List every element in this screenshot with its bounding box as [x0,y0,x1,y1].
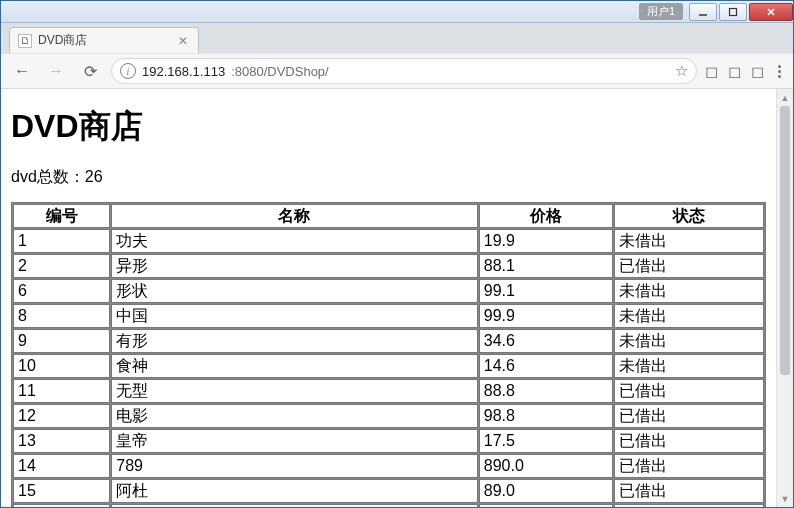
cell-name: 无型 [111,379,478,403]
scroll-thumb[interactable] [780,106,790,375]
cell-id: 12 [13,404,110,428]
table-row: 11无型88.8已借出 [13,379,764,403]
cell-id: 11 [13,379,110,403]
page-heading: DVD商店 [11,105,766,149]
cell-status: 已借出 [614,379,764,403]
cell-status: 未借出 [614,329,764,353]
browser-menu-button[interactable] [774,65,785,78]
cell-id: 9 [13,329,110,353]
tab-strip: 🗋 DVD商店 ✕ [1,23,793,53]
browser-toolbar: ← → ⟳ i 192.168.1.113:8080/DVDShop/ ☆ ◻ … [1,53,793,89]
cell-name: 功夫 [111,229,478,253]
cell-price: 89.0 [479,479,614,503]
table-row: 2异形88.1已借出 [13,254,764,278]
close-icon [766,7,776,17]
cell-status: 已借出 [614,404,764,428]
vertical-scrollbar[interactable]: ▲ ▼ [776,89,793,507]
page-favicon-icon: 🗋 [18,34,32,48]
table-row: 9有形34.6未借出 [13,329,764,353]
cell-price: 34.6 [479,329,614,353]
cell-id: 16 [13,504,110,507]
scroll-track[interactable] [777,106,793,490]
cell-status: 已借出 [614,454,764,478]
cell-name: 789 [111,454,478,478]
bookmark-star-icon[interactable]: ☆ [675,62,688,80]
site-info-icon[interactable]: i [120,63,136,79]
table-row: 8中国99.9未借出 [13,304,764,328]
user-badge: 用户1 [639,3,683,20]
url-path: :8080/DVDShop/ [231,64,329,79]
col-header-name: 名称 [111,204,478,228]
table-row: 1功夫19.9未借出 [13,229,764,253]
table-row: 14789890.0已借出 [13,454,764,478]
cell-price: 88.1 [479,254,614,278]
browser-window: 用户1 🗋 DVD商店 ✕ ← → ⟳ i 192.168.1.113:8080… [0,0,794,508]
cell-price: 99.9 [479,304,614,328]
cell-price: 99.1 [479,279,614,303]
table-row: 10食神14.6未借出 [13,354,764,378]
col-header-id: 编号 [13,204,110,228]
cell-price: 98.8 [479,404,614,428]
cell-name: 中国 [111,304,478,328]
viewport: DVD商店 dvd总数：26 编号 名称 价格 状态 1功夫19.9未借出2异形… [1,89,793,507]
os-title-bar: 用户1 [1,1,793,23]
table-row: 13皇帝17.5已借出 [13,429,764,453]
cell-id: 6 [13,279,110,303]
cell-id: 14 [13,454,110,478]
cell-id: 10 [13,354,110,378]
summary-line: dvd总数：26 [11,167,766,188]
scroll-down-arrow-icon[interactable]: ▼ [777,490,793,507]
page-content: DVD商店 dvd总数：26 编号 名称 价格 状态 1功夫19.9未借出2异形… [1,89,776,507]
cell-name: 异形 [111,254,478,278]
summary-count: 26 [85,168,103,185]
cell-status: 已借出 [614,504,764,507]
cell-name: 皇帝 [111,429,478,453]
extension-icon[interactable]: ◻ [705,62,718,81]
cell-status: 已借出 [614,254,764,278]
svg-rect-1 [730,8,737,15]
cell-name: 电影 [111,404,478,428]
window-close-button[interactable] [749,3,793,21]
minimize-icon [698,7,708,17]
cell-status: 未借出 [614,354,764,378]
cell-id: 2 [13,254,110,278]
window-minimize-button[interactable] [689,3,717,21]
cell-name: 形状 [111,279,478,303]
cell-status: 已借出 [614,479,764,503]
nav-back-button[interactable]: ← [9,58,35,84]
extension-icon[interactable]: ◻ [728,62,741,81]
table-row: 6形状99.1未借出 [13,279,764,303]
nav-forward-button[interactable]: → [43,58,69,84]
cell-id: 15 [13,479,110,503]
dvd-table: 编号 名称 价格 状态 1功夫19.9未借出2异形88.1已借出6形状99.1未… [11,202,766,507]
cell-status: 未借出 [614,229,764,253]
window-maximize-button[interactable] [719,3,747,21]
scroll-up-arrow-icon[interactable]: ▲ [777,89,793,106]
cell-price: 23.0 [479,504,614,507]
cell-name: 食神 [111,354,478,378]
cell-name: 雨伞 [111,504,478,507]
cell-name: 阿杜 [111,479,478,503]
tab-title: DVD商店 [38,32,170,49]
cell-status: 未借出 [614,304,764,328]
cell-id: 13 [13,429,110,453]
cell-price: 88.8 [479,379,614,403]
cell-id: 1 [13,229,110,253]
nav-reload-button[interactable]: ⟳ [77,58,103,84]
cell-price: 19.9 [479,229,614,253]
cell-status: 未借出 [614,279,764,303]
toolbar-right-icons: ◻ ◻ ◻ [705,62,785,81]
cell-price: 890.0 [479,454,614,478]
table-row: 16雨伞23.0已借出 [13,504,764,507]
browser-tab[interactable]: 🗋 DVD商店 ✕ [9,27,199,53]
table-row: 15阿杜89.0已借出 [13,479,764,503]
cell-name: 有形 [111,329,478,353]
col-header-price: 价格 [479,204,614,228]
address-bar[interactable]: i 192.168.1.113:8080/DVDShop/ ☆ [111,58,697,84]
table-header-row: 编号 名称 价格 状态 [13,204,764,228]
tab-close-button[interactable]: ✕ [176,34,190,48]
cell-id: 8 [13,304,110,328]
extension-icon[interactable]: ◻ [751,62,764,81]
summary-label: dvd总数： [11,168,85,185]
cell-price: 14.6 [479,354,614,378]
